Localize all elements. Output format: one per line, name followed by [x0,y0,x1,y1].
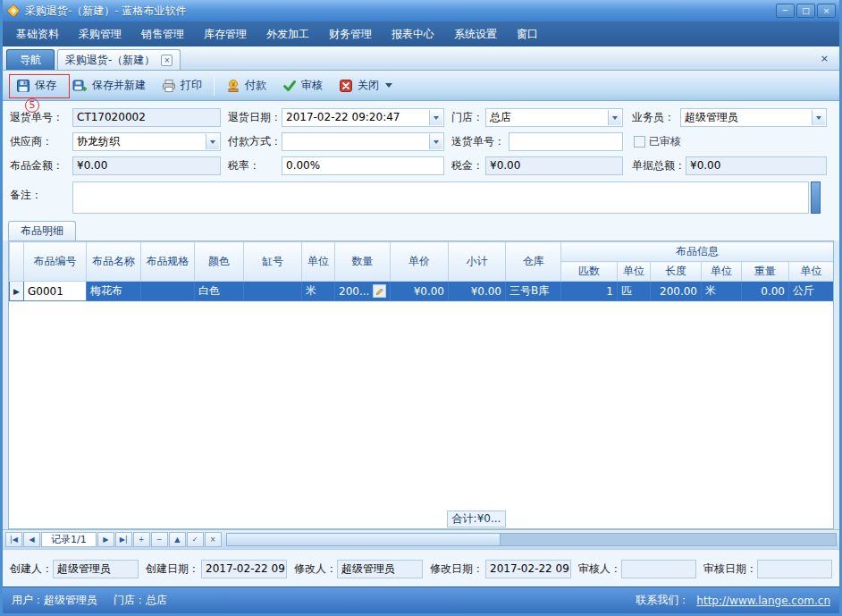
cell-code[interactable]: G0001 [24,282,87,301]
cell-pieces[interactable]: 1 [561,282,618,301]
pay-button[interactable]: ¥ 付款 [218,74,274,97]
nav-delete-icon[interactable]: − [151,532,168,547]
create-date-field[interactable]: 2017-02-22 09 [201,560,287,578]
menu-item-base-data[interactable]: 基础资料 [6,21,69,46]
cell-subtotal[interactable]: ¥0.00 [449,282,506,301]
tab-close-icon[interactable]: × [161,55,173,66]
horizontal-scrollbar[interactable] [226,533,837,546]
column-header-unit[interactable]: 单位 [302,242,335,282]
cell-warehouse[interactable]: 三号B库 [506,282,561,301]
salesman-select[interactable]: 超级管理员 [680,108,827,127]
menu-item-window[interactable]: 窗口 [507,21,548,46]
return-date-field[interactable]: 2017-02-22 09:20:47 [282,108,444,127]
creator-label: 创建人： [10,560,53,578]
menu-item-reports[interactable]: 报表中心 [382,21,444,46]
grid-total-summary: 合计:¥0... [447,511,506,527]
close-button[interactable]: × [817,4,836,18]
nav-next-icon[interactable]: ▶ [97,532,114,547]
modifier-field[interactable]: 超级管理员 [337,560,423,578]
delivery-no-field[interactable] [509,132,623,151]
save-and-new-button[interactable]: 保存并新建 [64,74,154,97]
column-header-subtotal[interactable]: 小计 [449,242,506,282]
tax-field[interactable]: ¥0.00 [485,156,623,175]
column-header-spec[interactable]: 布品规格 [141,242,195,282]
supplier-dropdown-icon[interactable] [206,134,219,149]
print-button[interactable]: 打印 [154,74,210,97]
nav-prev-icon[interactable]: ◀ [23,532,40,547]
auditor-label: 审核人： [578,560,621,578]
grid-row[interactable]: ▶ G0001 梅花布 白色 米 200... [10,282,834,301]
column-header-warehouse[interactable]: 仓库 [506,242,561,282]
audit-date-field[interactable] [757,560,832,578]
column-header-color[interactable]: 颜色 [195,242,244,282]
return-date-dropdown-icon[interactable] [429,110,442,125]
column-header-qty[interactable]: 数量 [335,242,391,282]
tab-fabric-detail[interactable]: 布品明细 [8,221,76,240]
remark-scrollbar[interactable] [811,181,821,214]
cell-weight[interactable]: 0.00 [742,282,789,301]
close-dropdown-icon[interactable] [385,83,392,88]
nav-last-icon[interactable]: ▶| [115,532,132,547]
nav-edit-icon[interactable]: ▲ [169,532,186,547]
cell-name[interactable]: 梅花布 [87,282,141,301]
column-header-price[interactable]: 单价 [391,242,449,282]
cell-price[interactable]: ¥0.00 [391,282,449,301]
save-button[interactable]: 保存 [8,74,64,97]
nav-add-icon[interactable]: + [133,532,150,547]
column-header-name[interactable]: 布品名称 [87,242,141,282]
supplier-select[interactable]: 协龙纺织 [72,132,221,151]
column-header-dye-lot[interactable]: 缸号 [244,242,302,282]
return-no-field[interactable]: CT17020002 [72,108,221,127]
auditor-field[interactable] [621,560,696,578]
minimize-button[interactable]: ─ [776,4,795,18]
cell-weight-unit[interactable]: 公斤 [789,282,834,301]
menu-item-inventory[interactable]: 库存管理 [194,21,257,46]
salesman-dropdown-icon[interactable] [812,110,825,125]
column-header-code[interactable]: 布品编号 [24,242,87,282]
tab-purchase-return[interactable]: 采购退货-（新建） × [57,49,181,70]
menu-item-system[interactable]: 系统设置 [444,21,507,46]
cell-pieces-unit[interactable]: 匹 [618,282,651,301]
nav-first-icon[interactable]: |◀ [5,532,22,547]
maximize-button[interactable]: □ [796,4,815,18]
modifier-label: 修改人： [294,560,337,578]
column-header-weight-unit[interactable]: 单位 [789,262,834,282]
menu-item-outsourcing[interactable]: 外发加工 [257,21,319,46]
website-link[interactable]: http://www.lange.com.cn [696,595,830,607]
close-form-button[interactable]: 关闭 [331,74,400,97]
column-header-pieces[interactable]: 匹数 [561,262,618,282]
audit-button[interactable]: 审核 [274,74,331,97]
menu-item-finance[interactable]: 财务管理 [319,21,382,46]
column-header-weight[interactable]: 重量 [742,262,789,282]
nav-post-icon[interactable]: ✓ [187,532,204,547]
payment-method-select[interactable] [282,132,444,151]
modify-date-field[interactable]: 2017-02-22 09 [485,560,571,578]
column-header-length[interactable]: 长度 [651,262,702,282]
doc-total-field[interactable]: ¥0.00 [686,156,827,175]
column-header-pieces-unit[interactable]: 单位 [618,262,651,282]
nav-cancel-icon[interactable]: × [205,532,222,547]
audited-checkbox[interactable] [634,136,645,148]
remark-input[interactable] [72,181,809,214]
store-select[interactable]: 总店 [485,108,623,127]
store-dropdown-icon[interactable] [608,110,621,125]
menu-item-purchase[interactable]: 采购管理 [69,21,131,46]
scrollbar-thumb[interactable] [227,534,501,545]
creator-field[interactable]: 超级管理员 [53,560,139,578]
cell-unit[interactable]: 米 [302,282,335,301]
cell-color[interactable]: 白色 [195,282,244,301]
cell-spec[interactable] [141,282,195,301]
cell-length-unit[interactable]: 米 [702,282,742,301]
payment-method-dropdown-icon[interactable] [429,134,442,149]
menu-item-sales[interactable]: 销售管理 [131,21,194,46]
cell-dye-lot[interactable] [244,282,302,301]
tabstrip-close-icon[interactable]: × [813,53,836,64]
cell-length[interactable]: 200.00 [651,282,702,301]
tax-rate-field[interactable]: 0.00% [282,156,444,175]
fabric-amount-field[interactable]: ¥0.00 [72,156,221,175]
tab-navigation[interactable]: 导航 [6,49,55,70]
column-header-length-unit[interactable]: 单位 [702,262,742,282]
save-and-new-button-label: 保存并新建 [92,78,146,93]
cell-qty[interactable]: 200... [335,282,391,301]
edit-pencil-icon[interactable] [373,284,386,298]
